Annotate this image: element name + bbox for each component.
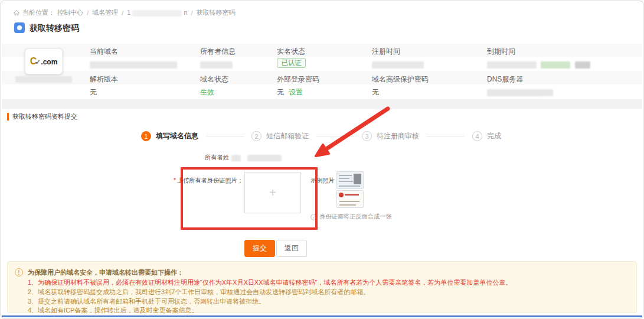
label-owner-info: 所有者信息: [200, 47, 236, 57]
step-connector: [316, 136, 354, 136]
label-external-password: 外部登录密码: [277, 74, 319, 84]
label-domain-status: 域名状态: [200, 74, 228, 84]
label-dns-version: 解析版本: [90, 74, 118, 84]
breadcrumb-item-control-center[interactable]: 控制中心: [57, 8, 83, 17]
redacted-domain-under-logo: [15, 76, 72, 83]
back-button[interactable]: 返回: [276, 240, 307, 257]
warning-icon: !: [15, 268, 23, 276]
value-current-domain: [90, 60, 177, 69]
section-accent-bar: [7, 113, 9, 121]
label-register-time: 注册时间: [372, 47, 400, 57]
page-title-icon: [14, 22, 25, 33]
redacted-owner-name: [247, 155, 282, 161]
value-register-time: [372, 60, 424, 69]
label-realname-status: 实名状态: [277, 47, 305, 57]
notice-line-4: 4、域名如有ICP备案，操作转出后，请及时变更备案信息。: [28, 306, 198, 315]
notice-line-2: 2、域名获取转移密码提交成功之后，我司进行3到7个工作日审核，审核通过会自动发送…: [28, 288, 370, 297]
step-connector: [206, 136, 244, 136]
submit-button[interactable]: 提交: [244, 240, 275, 257]
info-icon: i: [310, 214, 317, 220]
notice-line-3: 3、提交之前请确认域名所有者邮箱和手机处于可用状态，否则转出申请将被拒绝。: [28, 297, 265, 306]
section-separator: [2, 99, 642, 109]
notice-line-1: 1、为确保证明材料不被误用，必须在有效证明材料注明用途“仅作为X年X月X日XX域…: [28, 278, 512, 287]
national-emblem-icon: [339, 193, 344, 197]
step-complete: 4 完成: [472, 131, 501, 141]
label-dns-server: DNS服务器: [487, 74, 523, 84]
notice-panel: ! 为保障用户的域名安全，申请域名转出需要如下操作： 1、为确保证明材料不被误用…: [7, 261, 637, 313]
breadcrumb-domain-redacted[interactable]: 1 n: [127, 9, 187, 17]
redacted-domain-blur: [132, 10, 182, 17]
plus-icon: +: [269, 186, 276, 200]
breadcrumb-item-domain-manage[interactable]: 域名管理: [92, 8, 118, 17]
notice-title: 为保障用户的域名安全，申请域名转出需要如下操作：: [28, 268, 184, 277]
set-password-link[interactable]: 设置: [289, 88, 303, 96]
value-owner-info: [200, 60, 233, 69]
section-title: 获取转移密码资料提交: [12, 112, 77, 121]
value-external-password: 无设置: [277, 87, 303, 97]
id-card-front-sample: [336, 171, 364, 189]
value-protect-password: 无: [372, 87, 379, 97]
id-merge-note: i 身份证需将正反面合成一张: [310, 213, 391, 221]
page-title: 获取转移密码: [30, 23, 79, 34]
step-sms-email-verify: 2 短信邮箱验证: [251, 131, 309, 141]
label-expire-time: 到期时间: [487, 47, 515, 57]
value-domain-status: 生效: [200, 87, 214, 97]
id-photo-block: [354, 174, 361, 184]
breadcrumb-current: 获取转移密码: [197, 8, 236, 17]
steps-indicator: 1 填写域名信息 2 短信邮箱验证 3 待注册商审核 4 完成: [141, 131, 501, 141]
id-card-back-sample: [336, 190, 364, 208]
step-connector: [427, 136, 465, 136]
home-icon: [13, 9, 20, 17]
label-current-domain: 当前域名: [90, 47, 118, 57]
domain-transfer-page: 当前位置： 控制中心 / 域名管理 / 1 n / 获取转移密码 获取转移密码 …: [1, 1, 643, 318]
breadcrumb: 当前位置： 控制中心 / 域名管理 / 1 n / 获取转移密码: [13, 8, 236, 17]
bottom-blue-edge: [2, 315, 642, 317]
upload-id-label: *上传所有者身份证照片：: [174, 177, 242, 185]
verified-badge: 已认证: [277, 58, 306, 68]
redacted-owner-label: [231, 155, 241, 161]
breadcrumb-prefix: 当前位置：: [22, 8, 55, 17]
label-protect-password: 域名高级保护密码: [372, 74, 429, 84]
owner-name-row: 所有者姓: [205, 154, 282, 162]
required-asterisk: *: [174, 177, 176, 184]
domain-logo: C✓.com: [25, 48, 63, 74]
value-expire-time: [487, 60, 590, 69]
step-registrar-review: 3 待注册商审核: [362, 131, 419, 141]
step-fill-domain-info: 1 填写域名信息: [141, 131, 198, 141]
owner-name-label: 所有者姓: [205, 154, 229, 161]
value-realname-status: 已认证: [277, 58, 306, 68]
value-dns-version: 无: [90, 87, 97, 97]
upload-id-dropzone[interactable]: +: [244, 172, 301, 213]
